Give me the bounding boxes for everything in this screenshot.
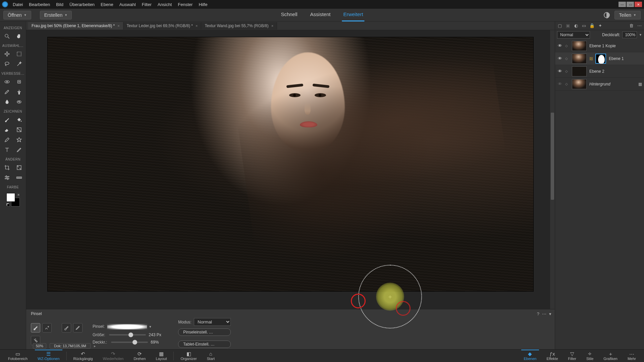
mask-link-icon[interactable]: ⛓: [589, 57, 593, 61]
close-tab-icon[interactable]: ×: [117, 24, 119, 28]
new-layer-icon[interactable]: ▢: [557, 23, 562, 28]
undo-button[interactable]: ↶Rückgängig: [69, 350, 98, 362]
layer-mask-icon[interactable]: ▭: [581, 23, 587, 28]
text-tool-icon[interactable]: [3, 146, 11, 154]
chevron-down-icon[interactable]: ▼: [149, 325, 152, 328]
more-tab-button[interactable]: ⋯Mehr: [623, 350, 641, 362]
layer-row[interactable]: 👁 ◇ Hintergrund ▦: [555, 78, 644, 90]
redeye-tool-icon[interactable]: [3, 78, 11, 85]
spot-heal-tool-icon[interactable]: [15, 78, 23, 85]
layer-group-icon[interactable]: ▣: [565, 23, 571, 28]
layer-name[interactable]: Ebene 2: [589, 69, 642, 74]
link-icon[interactable]: ◇: [565, 57, 569, 60]
brush-mode-select[interactable]: Normal: [194, 318, 231, 326]
layer-row[interactable]: 👁 ◇ Ebene 2: [555, 65, 644, 78]
lasso-tool-icon[interactable]: [3, 60, 11, 68]
brush-settings-button[interactable]: Pinseleinstell. …: [178, 328, 231, 336]
gradient-tool-icon[interactable]: [15, 126, 23, 133]
maximize-button[interactable]: ▭: [627, 2, 634, 7]
panel-menu-icon[interactable]: ⋯: [542, 311, 546, 316]
default-colors-icon[interactable]: [6, 203, 10, 206]
move-tool-icon[interactable]: [3, 50, 11, 58]
zoom-tool-icon[interactable]: [3, 33, 11, 40]
effects-tab-button[interactable]: ƒxEffekte: [542, 350, 562, 362]
layer-fx-icon[interactable]: ✦: [597, 23, 603, 28]
straighten-tool-icon[interactable]: [15, 174, 23, 181]
home-button[interactable]: ⌂Start: [202, 350, 219, 362]
link-icon[interactable]: ◇: [565, 44, 569, 48]
layers-tab-button[interactable]: ◆Ebenen: [519, 350, 541, 362]
magic-wand-tool-icon[interactable]: [15, 60, 23, 68]
menu-datei[interactable]: Datei: [13, 2, 23, 7]
visibility-toggle-icon[interactable]: 👁: [557, 43, 562, 48]
paint-bucket-tool-icon[interactable]: [15, 116, 23, 123]
layer-thumbnail[interactable]: [572, 66, 587, 76]
styles-tab-button[interactable]: ✧Stile: [582, 350, 598, 362]
layer-thumbnail[interactable]: [572, 54, 587, 64]
recompose-tool-icon[interactable]: [15, 164, 23, 171]
mode-guided[interactable]: Assistent: [309, 9, 332, 21]
help-icon[interactable]: ?: [537, 311, 539, 316]
close-tab-icon[interactable]: ×: [196, 24, 198, 28]
layer-row[interactable]: 👁 ◇ Ebene 1 Kopie: [555, 40, 644, 52]
swap-colors-icon[interactable]: ⤭: [17, 193, 20, 196]
menu-filter[interactable]: Filter: [142, 2, 152, 7]
vertical-scrollbar[interactable]: [550, 30, 555, 344]
brush-size-slider[interactable]: [109, 334, 146, 336]
document-tab[interactable]: Textur Leder.jpg bei 69,5% (RGB/8) *×: [123, 22, 202, 29]
redo-button[interactable]: ↷Wiederholen: [98, 350, 128, 362]
eyedropper-tool-icon[interactable]: [3, 136, 11, 143]
layer-thumbnail[interactable]: [572, 79, 587, 89]
canvas[interactable]: [47, 37, 534, 292]
clone-stamp-tool-icon[interactable]: [15, 88, 23, 96]
layer-name[interactable]: Ebene 1: [609, 56, 642, 61]
foreground-color-swatch[interactable]: [6, 193, 15, 202]
close-button[interactable]: ✕: [635, 2, 642, 7]
crop-tool-icon[interactable]: [3, 164, 11, 171]
menu-ansicht[interactable]: Ansicht: [158, 2, 172, 7]
layer-row[interactable]: 👁 ◇ ⛓ Ebene 1: [555, 52, 644, 65]
layer-opacity-input[interactable]: [622, 32, 637, 38]
content-aware-move-tool-icon[interactable]: [3, 174, 11, 181]
brush-opacity-value[interactable]: 69%: [151, 340, 168, 345]
menu-fenster[interactable]: Fenster: [178, 2, 193, 7]
menu-ebene[interactable]: Ebene: [101, 2, 113, 7]
tablet-settings-button[interactable]: Tablet-Einstell. …: [178, 341, 231, 348]
theme-toggle-icon[interactable]: [604, 12, 610, 18]
chevron-down-icon[interactable]: ▼: [639, 33, 642, 37]
zoom-level[interactable]: 50%: [33, 343, 46, 349]
hand-tool-icon[interactable]: [15, 33, 23, 40]
layer-name[interactable]: Hintergrund: [589, 82, 636, 86]
sponge-tool-icon[interactable]: [15, 98, 23, 106]
brush-preset-picker[interactable]: [107, 324, 147, 330]
shape-tool-icon[interactable]: [15, 136, 23, 143]
menu-hilfe[interactable]: Hilfe: [199, 2, 207, 7]
color-swatches[interactable]: ⤭: [6, 193, 20, 206]
mode-quick[interactable]: Schnell: [279, 9, 299, 21]
minimize-button[interactable]: —: [619, 2, 626, 7]
smart-brush-tool-icon[interactable]: [3, 88, 11, 96]
layer-name[interactable]: Ebene 1 Kopie: [589, 44, 642, 48]
menu-auswahl[interactable]: Auswahl: [119, 2, 136, 7]
collapse-panel-icon[interactable]: ▾: [549, 311, 551, 316]
brush-size-value[interactable]: 243 Px: [149, 333, 166, 337]
color-replace-brush-button[interactable]: [62, 323, 71, 333]
layer-thumbnail[interactable]: [572, 41, 587, 51]
tool-options-button[interactable]: ☰WZ-Optionen: [33, 350, 64, 362]
impressionist-brush-button[interactable]: [42, 323, 52, 333]
blend-mode-select[interactable]: Normal: [557, 31, 590, 39]
brush-tool-icon[interactable]: [3, 116, 11, 123]
layer-mask-thumbnail[interactable]: [595, 54, 606, 64]
close-tab-icon[interactable]: ×: [271, 24, 273, 28]
document-tab[interactable]: Textur Wand.jpg bei 55,7% (RGB/8)×: [201, 22, 277, 29]
graphics-tab-button[interactable]: ＋Grafiken: [599, 350, 622, 362]
share-button[interactable]: Teilen▼: [614, 11, 641, 19]
mode-expert[interactable]: Erweitert: [342, 9, 364, 21]
open-button[interactable]: Öffnen▼: [3, 11, 31, 19]
photobin-button[interactable]: ▭Fotobereich: [3, 350, 32, 362]
delete-layer-icon[interactable]: 🗑: [629, 23, 634, 28]
panel-menu-icon[interactable]: ⋯: [637, 23, 642, 28]
adjustment-layer-icon[interactable]: ◐: [573, 23, 579, 28]
menu-bild[interactable]: Bild: [56, 2, 63, 7]
canvas-viewport[interactable]: ＋ 50% Dok: 13,7M/105,9M ▸: [26, 30, 555, 349]
